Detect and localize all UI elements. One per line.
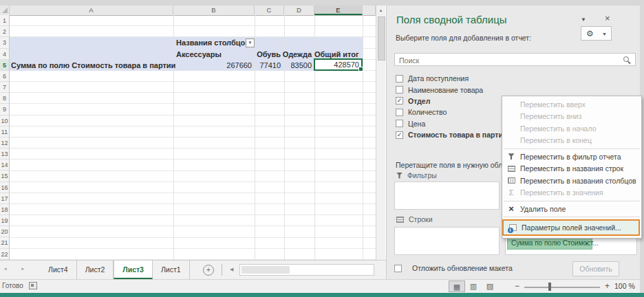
bottom-strip bbox=[0, 293, 644, 297]
menu-item-icon-slot bbox=[502, 177, 520, 184]
row-header-4[interactable]: 4 bbox=[0, 49, 9, 60]
row-header-6[interactable]: 6 bbox=[0, 71, 9, 82]
zoom-in-button[interactable]: + bbox=[605, 281, 610, 291]
sheet-tab-Лист1[interactable]: Лист1 bbox=[153, 261, 190, 279]
cell-D4[interactable]: Одежда bbox=[282, 49, 312, 60]
row-header-22[interactable]: 22 bbox=[0, 249, 9, 260]
selected-cell-E5[interactable]: 428570 bbox=[314, 58, 363, 71]
pane-options-chevron-icon[interactable]: ▼ bbox=[581, 16, 586, 23]
column-header-A[interactable]: A bbox=[10, 6, 173, 14]
search-input[interactable] bbox=[398, 54, 621, 66]
cell-C4[interactable]: Обувь bbox=[255, 49, 281, 60]
column-header-E[interactable]: E bbox=[314, 6, 363, 15]
sheet-tab-Лист2[interactable]: Лист2 bbox=[77, 261, 114, 279]
column-header-D[interactable]: D bbox=[284, 6, 314, 14]
select-all-corner[interactable] bbox=[0, 6, 10, 14]
field-checkbox[interactable]: ✓ bbox=[396, 131, 403, 139]
sheet-tab-Лист3[interactable]: Лист3 bbox=[114, 261, 153, 279]
cell-B5[interactable]: 267660 bbox=[173, 60, 252, 71]
row-header-12[interactable]: 12 bbox=[0, 138, 9, 148]
row-header-10[interactable]: 10 bbox=[0, 116, 9, 126]
tools-button[interactable]: ⚙ ▼ bbox=[581, 26, 612, 41]
pane-close-icon[interactable]: × bbox=[605, 13, 610, 23]
field-item[interactable]: Дата поступления bbox=[396, 73, 547, 84]
column-header-partial[interactable] bbox=[363, 6, 376, 14]
cell-A5[interactable]: Сумма по полю Стоимость товара в партии bbox=[11, 60, 175, 71]
zoom-slider-thumb[interactable] bbox=[548, 283, 551, 291]
row-header-20[interactable]: 20 bbox=[0, 226, 9, 237]
row-header-21[interactable]: 21 bbox=[0, 237, 9, 248]
row-header-7[interactable]: 7 bbox=[0, 82, 9, 93]
row-header-8[interactable]: 8 bbox=[0, 93, 9, 104]
row-header-9[interactable]: 9 bbox=[0, 104, 9, 115]
spreadsheet[interactable]: ABCDE 1234567891011121314151617181920212… bbox=[0, 6, 385, 260]
menu-item: Переместить вниз bbox=[502, 111, 641, 123]
hscroll-left-icon[interactable]: ◀ bbox=[230, 267, 233, 272]
row-header-16[interactable]: 16 bbox=[0, 182, 9, 193]
row-header-5[interactable]: 5 bbox=[0, 60, 9, 71]
field-checkbox[interactable] bbox=[396, 86, 403, 94]
row-header-1[interactable]: 1 bbox=[0, 15, 9, 26]
info-icon bbox=[509, 224, 517, 231]
menu-item-label: Переместить вверх bbox=[520, 100, 586, 109]
add-sheet-button[interactable]: + bbox=[203, 265, 214, 276]
horizontal-scrollbar[interactable] bbox=[239, 264, 374, 276]
row-header-11[interactable]: 11 bbox=[0, 126, 9, 138]
filters-area-box[interactable] bbox=[394, 182, 500, 210]
page-break-view-button[interactable]: ▨ bbox=[482, 280, 498, 292]
row-header-15[interactable]: 15 bbox=[0, 170, 9, 182]
field-checkbox[interactable] bbox=[396, 120, 403, 127]
field-checkbox[interactable] bbox=[396, 75, 403, 82]
zoom-slider-track[interactable] bbox=[524, 287, 600, 288]
row-header-19[interactable]: 19 bbox=[0, 215, 9, 226]
menu-item-icon-slot: × bbox=[502, 205, 520, 212]
field-checkbox[interactable] bbox=[396, 109, 403, 116]
menu-item[interactable]: Переместить в названия строк bbox=[502, 163, 641, 175]
rows-area-box[interactable] bbox=[394, 227, 500, 255]
fill-handle[interactable] bbox=[358, 67, 363, 72]
column-labels-filter-button[interactable]: ▼ bbox=[246, 38, 255, 47]
rows-icon bbox=[508, 166, 515, 172]
tab-nav-arrows[interactable]: ◂ ▸ bbox=[4, 266, 31, 272]
field-label: Количество bbox=[408, 108, 447, 116]
row-header-14[interactable]: 14 bbox=[0, 160, 9, 170]
menu-item[interactable]: Переместить в названия столбцов bbox=[502, 175, 641, 187]
field-label: Стоимость товара в партии bbox=[408, 131, 507, 139]
menu-item-label: Переместить в значения bbox=[520, 188, 603, 197]
menu-item[interactable]: Параметры полей значений... bbox=[502, 219, 640, 236]
value-field-chip[interactable]: Сумма по полю Стоимост... ▼ bbox=[507, 237, 592, 250]
rows-icon bbox=[396, 217, 404, 223]
row-header-2[interactable]: 2 bbox=[0, 26, 9, 37]
gear-icon: ⚙ bbox=[586, 29, 594, 38]
menu-item[interactable]: Переместить в фильтр отчета bbox=[502, 151, 641, 163]
field-item[interactable]: Наименование товара bbox=[396, 84, 547, 95]
vertical-scroll-thumb[interactable] bbox=[378, 16, 385, 60]
field-checkbox[interactable]: ✓ bbox=[396, 97, 403, 104]
horizontal-scroll-thumb[interactable] bbox=[242, 266, 290, 274]
macro-record-icon[interactable] bbox=[29, 282, 37, 289]
cell-B3[interactable]: Названия столбцов bbox=[176, 37, 250, 48]
vertical-scrollbar[interactable]: ▲ bbox=[376, 6, 385, 260]
tab-scroll-divider[interactable] bbox=[222, 264, 222, 276]
menu-item[interactable]: ×Удалить поле bbox=[502, 203, 641, 215]
row-header-3[interactable]: 3 bbox=[0, 37, 9, 48]
row-header-18[interactable]: 18 bbox=[0, 204, 9, 215]
column-header-C[interactable]: C bbox=[255, 6, 284, 14]
drag-hint-label: Перетащите поля в нужную область: bbox=[396, 161, 519, 169]
menu-separator bbox=[504, 217, 640, 217]
cell-D5[interactable]: 83500 bbox=[282, 60, 312, 71]
menu-separator bbox=[504, 148, 640, 149]
sheet-tab-Лист4[interactable]: Лист4 bbox=[40, 261, 77, 279]
cell-C5[interactable]: 77410 bbox=[255, 60, 281, 71]
cell-B4[interactable]: Аксессуары bbox=[176, 49, 222, 60]
search-box[interactable] bbox=[394, 53, 636, 66]
zoom-level-label[interactable]: 100 % bbox=[614, 282, 635, 290]
column-header-B[interactable]: B bbox=[173, 6, 255, 14]
zoom-out-button[interactable]: − bbox=[515, 281, 519, 291]
row-header-17[interactable]: 17 bbox=[0, 193, 9, 204]
scroll-up-icon[interactable]: ▲ bbox=[376, 6, 385, 15]
page-layout-view-button[interactable]: ▥ bbox=[465, 280, 482, 292]
normal-view-button[interactable]: ▦ bbox=[449, 280, 465, 292]
row-header-13[interactable]: 13 bbox=[0, 148, 9, 160]
defer-layout-checkbox[interactable] bbox=[394, 265, 402, 272]
